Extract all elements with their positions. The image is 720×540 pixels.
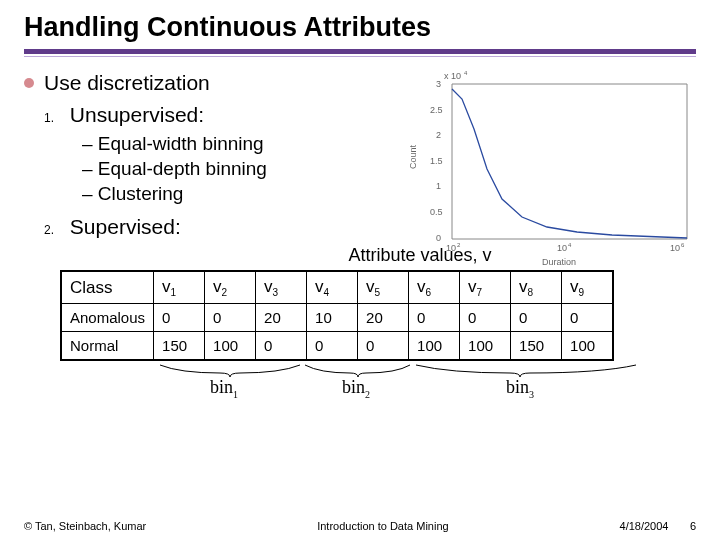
bin1-label: bin1	[210, 377, 238, 400]
cell: 20	[256, 304, 307, 332]
col-v5: v5	[358, 271, 409, 304]
cell: 100	[205, 332, 256, 361]
footer-right: 4/18/2004 6	[620, 520, 696, 532]
footer: © Tan, Steinbach, Kumar Introduction to …	[24, 520, 696, 532]
cell: 100	[409, 332, 460, 361]
col-v8: v8	[511, 271, 562, 304]
svg-text:10: 10	[557, 243, 567, 253]
cell: 20	[358, 304, 409, 332]
table-row: Normal 150 100 0 0 0 100 100 150 100	[61, 332, 613, 361]
row-anomalous-label: Anomalous	[61, 304, 154, 332]
bin3-label: bin3	[506, 377, 534, 400]
col-v3: v3	[256, 271, 307, 304]
svg-text:1: 1	[436, 181, 441, 191]
bin-labels: bin1 bin2 bin3	[60, 363, 660, 403]
table-header-row: Class v1 v2 v3 v4 v5 v6 v7 v8 v9	[61, 271, 613, 304]
item1-text: Unsupervised:	[70, 103, 204, 126]
item2-text: Supervised:	[70, 215, 181, 238]
cell: 100	[562, 332, 614, 361]
svg-text:x 10: x 10	[444, 71, 461, 81]
footer-date: 4/18/2004	[620, 520, 669, 532]
class-header: Class	[61, 271, 154, 304]
svg-text:1.5: 1.5	[430, 156, 443, 166]
cell: 0	[307, 332, 358, 361]
lead-text: Use discretization	[44, 71, 210, 95]
svg-text:10: 10	[670, 243, 680, 253]
cell: 150	[511, 332, 562, 361]
cell: 0	[511, 304, 562, 332]
num-1: 1.	[44, 111, 64, 125]
col-v7: v7	[460, 271, 511, 304]
svg-text:10: 10	[446, 243, 456, 253]
cell: 0	[460, 304, 511, 332]
svg-text:3: 3	[436, 79, 441, 89]
cell: 0	[256, 332, 307, 361]
svg-text:4: 4	[568, 242, 572, 248]
svg-text:2.5: 2.5	[430, 105, 443, 115]
page-title: Handling Continuous Attributes	[24, 12, 696, 43]
cell: 0	[205, 304, 256, 332]
footer-center: Introduction to Data Mining	[317, 520, 448, 532]
svg-text:0: 0	[436, 233, 441, 243]
divider	[24, 49, 696, 54]
count-vs-duration-chart: x 104 0 0.5 1 1.5 2 2.5 3 102 104	[402, 69, 702, 269]
svg-text:6: 6	[681, 242, 685, 248]
bin2-label: bin2	[342, 377, 370, 400]
col-v9: v9	[562, 271, 614, 304]
svg-text:Count: Count	[408, 144, 418, 169]
brace-icon	[60, 363, 660, 377]
svg-text:4: 4	[464, 70, 468, 76]
svg-text:Duration: Duration	[542, 257, 576, 267]
col-v4: v4	[307, 271, 358, 304]
cell: 0	[409, 304, 460, 332]
binning-table: Class v1 v2 v3 v4 v5 v6 v7 v8 v9 Anomalo…	[60, 270, 614, 361]
col-v2: v2	[205, 271, 256, 304]
svg-text:2: 2	[457, 242, 461, 248]
cell: 0	[358, 332, 409, 361]
cell: 0	[562, 304, 614, 332]
cell: 10	[307, 304, 358, 332]
col-v6: v6	[409, 271, 460, 304]
col-v1: v1	[154, 271, 205, 304]
num-2: 2.	[44, 223, 64, 237]
svg-text:0.5: 0.5	[430, 207, 443, 217]
svg-text:2: 2	[436, 130, 441, 140]
footer-left: © Tan, Steinbach, Kumar	[24, 520, 146, 532]
cell: 150	[154, 332, 205, 361]
row-normal-label: Normal	[61, 332, 154, 361]
footer-page: 6	[690, 520, 696, 532]
cell: 0	[154, 304, 205, 332]
table-row: Anomalous 0 0 20 10 20 0 0 0 0	[61, 304, 613, 332]
cell: 100	[460, 332, 511, 361]
bullet-icon	[24, 78, 34, 88]
divider-thin	[24, 56, 696, 57]
